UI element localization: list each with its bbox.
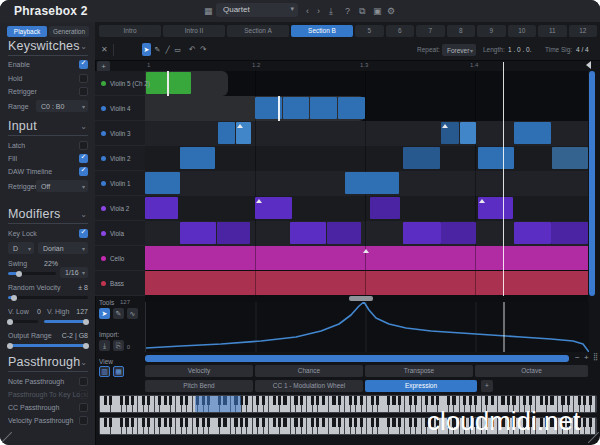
track-label-5[interactable]: Violin 1 [95, 171, 145, 196]
black-key[interactable] [545, 396, 548, 405]
lane-tab-expression[interactable]: Expression [365, 380, 477, 392]
black-key[interactable] [567, 396, 570, 405]
black-key[interactable] [392, 396, 395, 405]
track-label-3[interactable]: Violin 3 [95, 121, 145, 146]
black-key[interactable] [583, 418, 586, 427]
black-key[interactable] [142, 396, 145, 405]
black-key[interactable] [540, 396, 543, 405]
note-block[interactable] [290, 222, 326, 244]
black-key[interactable] [512, 396, 515, 405]
swing-grid-dropdown[interactable]: 1/16 ▾ [60, 267, 88, 278]
black-key[interactable] [398, 396, 401, 405]
phrase-slot-11[interactable]: 11 [538, 25, 567, 37]
line-tool-button[interactable]: ╱ [163, 43, 172, 56]
black-key[interactable] [452, 396, 455, 405]
next-preset-icon[interactable]: › [317, 4, 320, 18]
note-block[interactable] [338, 97, 365, 119]
black-key[interactable] [316, 396, 319, 405]
black-key[interactable] [120, 418, 123, 427]
black-key[interactable] [409, 418, 412, 427]
import-file-button[interactable]: ⤓ [99, 340, 110, 351]
black-key[interactable] [125, 396, 128, 405]
keyswitches-header[interactable]: Keyswitches [8, 39, 80, 53]
black-key[interactable] [240, 418, 243, 427]
black-key[interactable] [371, 418, 374, 427]
automation-lane[interactable] [145, 302, 589, 352]
black-key[interactable] [278, 396, 281, 405]
black-key[interactable] [523, 396, 526, 405]
repeat-dropdown[interactable]: Forever ▾ [442, 44, 476, 56]
black-key[interactable] [169, 396, 172, 405]
hold-checkbox[interactable] [79, 74, 88, 83]
black-key[interactable] [196, 418, 199, 427]
phrase-slot-10[interactable]: 10 [508, 25, 537, 37]
black-key[interactable] [164, 418, 167, 427]
black-key[interactable] [120, 396, 123, 405]
black-key[interactable] [300, 396, 303, 405]
black-key[interactable] [447, 396, 450, 405]
daw-timeline-checkbox[interactable] [79, 167, 88, 176]
black-key[interactable] [409, 396, 412, 405]
range-dropdown[interactable]: C0 : B0 ▾ [36, 100, 88, 112]
track-label-1[interactable]: Violin 5 (Ch 2) [95, 71, 145, 96]
black-key[interactable] [109, 396, 112, 405]
lane-pencil-tool-button[interactable]: ✎ [113, 308, 124, 319]
track-label-2[interactable]: Violin 4 [95, 96, 145, 121]
black-key[interactable] [322, 396, 325, 405]
black-key[interactable] [256, 418, 259, 427]
black-key[interactable] [414, 418, 417, 427]
prev-preset-icon[interactable]: ‹ [306, 4, 309, 18]
note-block[interactable] [514, 122, 551, 144]
output-range-low-handle[interactable] [7, 343, 13, 349]
note-block[interactable] [460, 122, 476, 144]
black-key[interactable] [578, 396, 581, 405]
v-high-slider[interactable] [44, 320, 88, 323]
phrase-slot-8[interactable]: 8 [447, 25, 476, 37]
black-key[interactable] [491, 396, 494, 405]
note-block[interactable] [552, 147, 588, 169]
swing-slider[interactable] [8, 272, 56, 275]
black-key[interactable] [354, 418, 357, 427]
black-key[interactable] [474, 396, 477, 405]
black-key[interactable] [131, 396, 134, 405]
black-key[interactable] [550, 396, 553, 405]
black-key[interactable] [371, 396, 374, 405]
marquee-tool-button[interactable]: ▭ [173, 43, 182, 56]
input-retrigger-dropdown[interactable]: Off ▾ [36, 180, 88, 192]
black-key[interactable] [311, 418, 314, 427]
note-block[interactable] [478, 147, 514, 169]
phrase-slot-9[interactable]: 9 [477, 25, 506, 37]
chevron-down-icon[interactable]: ⌄ [80, 122, 87, 131]
preset-grid-icon[interactable]: ▦ [204, 4, 213, 18]
view-keyboard-button[interactable]: ▦ [113, 366, 124, 377]
phrase-slot-5[interactable]: 5 [355, 25, 384, 37]
black-key[interactable] [147, 418, 150, 427]
black-key[interactable] [273, 418, 276, 427]
black-key[interactable] [376, 418, 379, 427]
black-key[interactable] [180, 396, 183, 405]
black-key[interactable] [294, 418, 297, 427]
black-key[interactable] [485, 396, 488, 405]
black-key[interactable] [185, 418, 188, 427]
passthrough-header[interactable]: Passthrough [8, 355, 80, 369]
note-block[interactable] [310, 97, 337, 119]
black-key[interactable] [158, 418, 161, 427]
black-key[interactable] [425, 396, 428, 405]
black-key[interactable] [142, 418, 145, 427]
lane-tab-pitch-bend[interactable]: Pitch Bend [145, 380, 253, 392]
black-key[interactable] [294, 396, 297, 405]
timesig-value[interactable]: 4 / 4 [576, 46, 589, 53]
black-key[interactable] [561, 396, 564, 405]
loop-end-marker[interactable] [586, 61, 591, 69]
gear-icon[interactable]: ⚙ [387, 4, 395, 18]
output-range-slider[interactable] [8, 344, 88, 347]
black-key[interactable] [164, 396, 167, 405]
note-block[interactable] [403, 222, 441, 244]
retrigger-checkbox[interactable] [79, 87, 88, 96]
tab-playback[interactable]: Playback [7, 26, 47, 37]
track-label-4[interactable]: Violin 2 [95, 146, 145, 171]
black-key[interactable] [387, 396, 390, 405]
copy-icon[interactable]: ⧉ [359, 4, 365, 18]
black-key[interactable] [245, 418, 248, 427]
phrase-slot-section-b[interactable]: Section B [291, 25, 353, 37]
